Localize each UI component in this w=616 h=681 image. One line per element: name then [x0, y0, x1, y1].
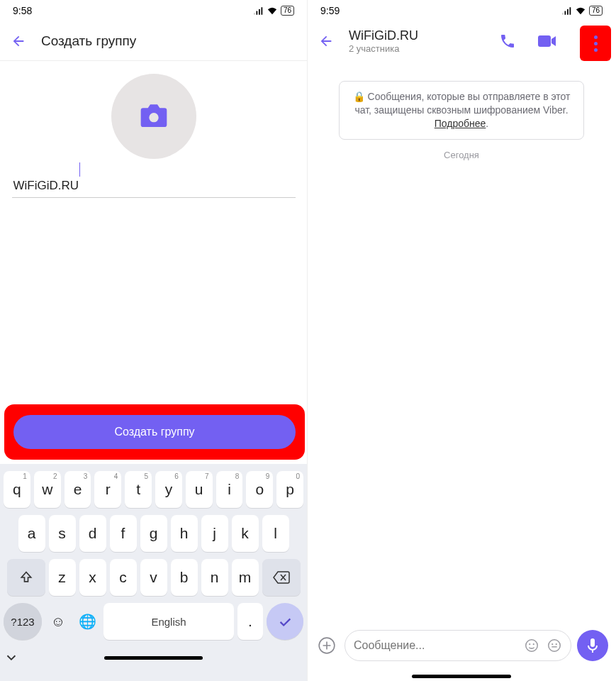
key-s[interactable]: s	[49, 515, 76, 552]
nav-pill	[104, 656, 203, 660]
nav-pill	[412, 675, 511, 678]
battery-icon: 76	[281, 6, 294, 16]
key-v[interactable]: v	[140, 559, 167, 596]
signal-icon	[254, 7, 264, 15]
symbols-key[interactable]: ?123	[4, 603, 42, 640]
lock-icon: 🔒	[353, 90, 365, 104]
period-key[interactable]: .	[237, 603, 263, 640]
status-bar: 9:58 76	[0, 0, 307, 21]
svg-point-12	[529, 643, 530, 645]
emoji-key[interactable]: ☺	[45, 603, 71, 640]
svg-point-16	[556, 643, 557, 645]
key-f[interactable]: f	[110, 515, 137, 552]
text-cursor	[79, 162, 80, 177]
key-z[interactable]: z	[49, 559, 76, 596]
encryption-learn-more-link[interactable]: Подробнее	[435, 118, 486, 129]
create-group-button[interactable]: Создать группу	[13, 415, 296, 449]
key-m[interactable]: m	[232, 559, 259, 596]
svg-point-13	[533, 643, 534, 645]
page-title: Создать группу	[41, 33, 136, 49]
svg-point-4	[149, 113, 158, 122]
wifi-icon	[267, 6, 277, 15]
svg-rect-3	[261, 7, 262, 15]
date-separator: Сегодня	[444, 150, 479, 160]
wifi-icon	[576, 6, 586, 15]
chat-header: WiFiGiD.RU 2 участника	[308, 21, 615, 61]
svg-point-11	[526, 640, 538, 652]
key-j[interactable]: j	[201, 515, 228, 552]
voice-message-button[interactable]	[577, 630, 608, 661]
backspace-key[interactable]	[262, 559, 301, 596]
svg-rect-5	[562, 13, 564, 15]
message-input[interactable]	[354, 639, 517, 652]
status-bar: 9:59 76	[308, 0, 615, 21]
voice-call-button[interactable]	[495, 28, 520, 54]
create-button-highlight: Создать группу	[4, 404, 305, 460]
more-menu-button[interactable]	[586, 31, 605, 55]
svg-rect-2	[259, 9, 260, 14]
camera-icon	[140, 104, 168, 128]
svg-point-15	[551, 643, 553, 645]
message-composer	[308, 624, 615, 667]
svg-rect-8	[569, 7, 571, 15]
key-c[interactable]: c	[110, 559, 137, 596]
globe-key[interactable]: 🌐	[74, 603, 100, 640]
key-g[interactable]: g	[140, 515, 167, 552]
key-a[interactable]: a	[18, 515, 45, 552]
encryption-notice: 🔒Сообщения, которые вы отправляете в это…	[339, 81, 584, 140]
video-call-button[interactable]	[534, 28, 560, 54]
key-b[interactable]: b	[171, 559, 198, 596]
svg-rect-7	[567, 9, 569, 14]
key-h[interactable]: h	[171, 515, 198, 552]
key-x[interactable]: x	[79, 559, 106, 596]
clock: 9:59	[320, 5, 340, 16]
key-w[interactable]: w2	[34, 471, 61, 508]
key-t[interactable]: t5	[125, 471, 152, 508]
group-name-input[interactable]	[12, 175, 296, 198]
chat-title: WiFiGiD.RU	[349, 28, 481, 43]
menu-button-highlight	[580, 26, 611, 61]
key-l[interactable]: l	[262, 515, 289, 552]
enter-key[interactable]	[267, 603, 303, 640]
svg-point-14	[549, 640, 561, 652]
svg-rect-6	[564, 11, 566, 14]
chat-subtitle: 2 участника	[349, 43, 481, 54]
phone-left: 9:58 76 Создать группу Создать группу	[0, 0, 308, 681]
keyboard: q1w2e3r4t5y6u7i8o9p0 asdfghjkl zxcvbnm ?…	[0, 464, 307, 681]
clock: 9:58	[13, 5, 32, 16]
phone-right: 9:59 76 WiFiGiD.RU 2 участника	[308, 0, 615, 681]
svg-rect-1	[256, 11, 257, 14]
key-k[interactable]: k	[232, 515, 259, 552]
header: Создать группу	[0, 21, 307, 61]
shift-key[interactable]	[7, 559, 45, 596]
key-o[interactable]: o9	[246, 471, 273, 508]
keyboard-collapse-icon[interactable]	[4, 650, 19, 665]
message-field[interactable]	[345, 630, 571, 661]
key-p[interactable]: p0	[276, 471, 303, 508]
key-r[interactable]: r4	[94, 471, 121, 508]
signal-icon	[562, 7, 572, 15]
back-button[interactable]	[10, 33, 27, 50]
back-button[interactable]	[318, 33, 335, 50]
svg-rect-17	[590, 638, 595, 647]
attach-button[interactable]	[315, 633, 339, 658]
key-n[interactable]: n	[201, 559, 228, 596]
svg-rect-9	[538, 35, 551, 47]
group-avatar-picker[interactable]	[111, 74, 196, 159]
smiley-icon[interactable]	[524, 638, 539, 653]
key-q[interactable]: q1	[4, 471, 30, 508]
sticker-icon[interactable]	[547, 638, 562, 653]
battery-icon: 76	[589, 6, 603, 16]
key-u[interactable]: u7	[186, 471, 213, 508]
space-key[interactable]: English	[103, 603, 234, 640]
key-e[interactable]: e3	[65, 471, 91, 508]
key-d[interactable]: d	[79, 515, 106, 552]
key-i[interactable]: i8	[216, 471, 243, 508]
svg-rect-0	[254, 13, 255, 15]
key-y[interactable]: y6	[155, 471, 182, 508]
